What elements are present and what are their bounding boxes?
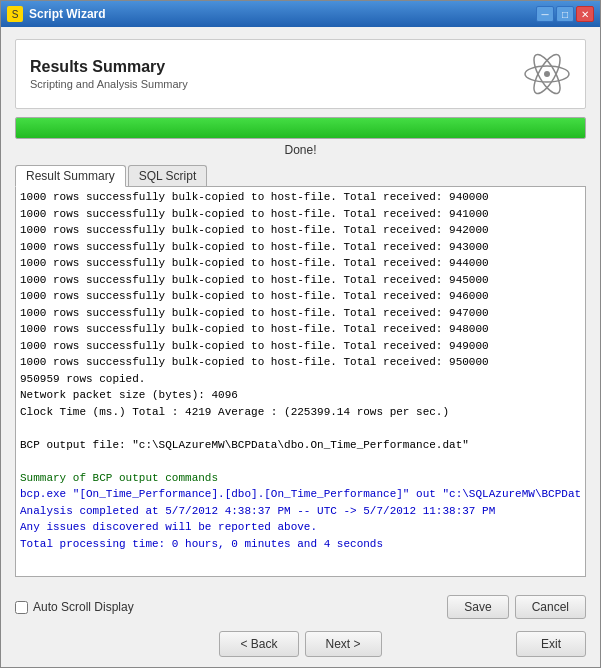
minimize-button[interactable]: ─ [536, 6, 554, 22]
exit-button[interactable]: Exit [516, 631, 586, 657]
back-button[interactable]: < Back [219, 631, 298, 657]
save-button[interactable]: Save [447, 595, 508, 619]
cancel-button[interactable]: Cancel [515, 595, 586, 619]
tabs-section: Result Summary SQL Script 1000 rows succ… [15, 165, 586, 577]
log-line: Network packet size (bytes): 4096 [20, 387, 581, 404]
log-line: 1000 rows successfully bulk-copied to ho… [20, 255, 581, 272]
log-line [20, 453, 581, 470]
log-line: 1000 rows successfully bulk-copied to ho… [20, 354, 581, 371]
log-line: Any issues discovered will be reported a… [20, 519, 581, 536]
nav-center: < Back Next > [219, 631, 381, 657]
progress-section: Done! [15, 117, 586, 157]
tab-bar: Result Summary SQL Script [15, 165, 586, 187]
auto-scroll-label[interactable]: Auto Scroll Display [15, 600, 134, 614]
log-line: 1000 rows successfully bulk-copied to ho… [20, 321, 581, 338]
bottom-buttons: Save Cancel [447, 595, 586, 619]
log-line [20, 420, 581, 437]
log-line: 1000 rows successfully bulk-copied to ho… [20, 239, 581, 256]
maximize-button[interactable]: □ [556, 6, 574, 22]
log-line: Clock Time (ms.) Total : 4219 Average : … [20, 404, 581, 421]
next-button[interactable]: Next > [305, 631, 382, 657]
progress-bar-fill [16, 118, 585, 138]
log-line: bcp.exe "[On_Time_Performance].[dbo].[On… [20, 486, 581, 503]
window-title: Script Wizard [29, 7, 106, 21]
main-window: S Script Wizard ─ □ ✕ Results Summary Sc… [0, 0, 601, 668]
atom-icon [523, 50, 571, 98]
log-wrapper: 1000 rows successfully bulk-copied to ho… [15, 187, 586, 577]
window-icon: S [7, 6, 23, 22]
header-section: Results Summary Scripting and Analysis S… [15, 39, 586, 109]
log-line: Summary of BCP output commands [20, 470, 581, 487]
progress-bar-container [15, 117, 586, 139]
page-title: Results Summary [30, 58, 188, 76]
close-button[interactable]: ✕ [576, 6, 594, 22]
log-line: 1000 rows successfully bulk-copied to ho… [20, 338, 581, 355]
log-line: BCP output file: "c:\SQLAzureMW\BCPData\… [20, 437, 581, 454]
log-line: Total processing time: 0 hours, 0 minute… [20, 536, 581, 553]
bottom-bar: Auto Scroll Display Save Cancel [1, 589, 600, 625]
title-bar-left: S Script Wizard [7, 6, 106, 22]
nav-right: Exit [516, 631, 586, 657]
svg-point-3 [544, 71, 550, 77]
log-line: 1000 rows successfully bulk-copied to ho… [20, 189, 581, 206]
log-area[interactable]: 1000 rows successfully bulk-copied to ho… [15, 187, 586, 577]
nav-bar: < Back Next > Exit [1, 625, 600, 667]
log-line: 1000 rows successfully bulk-copied to ho… [20, 272, 581, 289]
auto-scroll-checkbox[interactable] [15, 601, 28, 614]
log-line: 1000 rows successfully bulk-copied to ho… [20, 206, 581, 223]
log-line: Analysis completed at 5/7/2012 4:38:37 P… [20, 503, 581, 520]
tab-sql-script[interactable]: SQL Script [128, 165, 208, 186]
log-line: 1000 rows successfully bulk-copied to ho… [20, 222, 581, 239]
title-bar: S Script Wizard ─ □ ✕ [1, 1, 600, 27]
log-line: 1000 rows successfully bulk-copied to ho… [20, 288, 581, 305]
main-content: Results Summary Scripting and Analysis S… [1, 27, 600, 589]
title-controls: ─ □ ✕ [536, 6, 594, 22]
log-line: 950959 rows copied. [20, 371, 581, 388]
page-subtitle: Scripting and Analysis Summary [30, 78, 188, 90]
auto-scroll-text: Auto Scroll Display [33, 600, 134, 614]
done-label: Done! [284, 143, 316, 157]
log-line: 1000 rows successfully bulk-copied to ho… [20, 305, 581, 322]
tab-result-summary[interactable]: Result Summary [15, 165, 126, 187]
header-text: Results Summary Scripting and Analysis S… [30, 58, 188, 90]
